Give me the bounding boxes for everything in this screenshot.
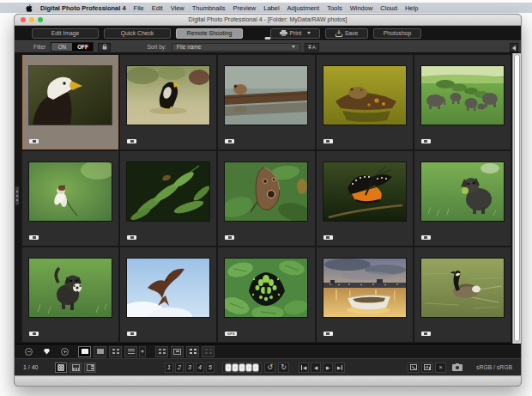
- lock-icon: [102, 44, 107, 50]
- view-options-dropdown[interactable]: [139, 346, 146, 357]
- photo-brown-butterfly: [225, 162, 307, 221]
- thumbnail-frog-on-log[interactable]: [218, 55, 314, 149]
- raw-badge: [323, 139, 333, 143]
- filter-lock-button[interactable]: [98, 43, 111, 52]
- camera-button[interactable]: [450, 362, 464, 373]
- check-mark-buttons: 1 2 3 4 5: [163, 362, 215, 373]
- quick-check-button[interactable]: Quick Check: [104, 28, 171, 39]
- save-button[interactable]: Save: [325, 28, 368, 39]
- raw-badge: [421, 139, 431, 143]
- preview-pane-button[interactable]: [171, 346, 184, 357]
- filter-off-button[interactable]: OFF: [72, 43, 93, 51]
- rotate-right-button[interactable]: ↻: [278, 362, 289, 373]
- thumbnail-toad-on-log[interactable]: [317, 55, 413, 149]
- layout-horizontal-split-button[interactable]: [70, 362, 82, 373]
- filter-on-button[interactable]: ON: [51, 43, 72, 51]
- view-medium-thumbnail-button[interactable]: [94, 346, 106, 357]
- toolbar-collapse-handle[interactable]: [265, 37, 271, 40]
- menu-file[interactable]: File: [134, 4, 144, 12]
- check-mark-1-button[interactable]: 1: [165, 362, 173, 373]
- vertical-scrollbar[interactable]: [512, 53, 521, 344]
- menu-help[interactable]: Help: [405, 4, 418, 12]
- thumbnail-brown-butterfly[interactable]: [218, 151, 314, 246]
- save-icon: [336, 30, 342, 37]
- thumbnail-size-decrease-button[interactable]: [25, 348, 33, 356]
- thumbnail-grey-puppy[interactable]: [414, 151, 511, 246]
- photoshop-button[interactable]: Photoshop: [373, 28, 421, 39]
- previous-image-button[interactable]: ◀: [311, 362, 321, 373]
- check-mark-2-button[interactable]: 2: [175, 362, 184, 373]
- menu-view[interactable]: View: [171, 4, 184, 12]
- layout-grid-button[interactable]: [55, 362, 67, 373]
- content-area: GPS: [15, 53, 521, 344]
- rating-4-button[interactable]: [245, 363, 252, 372]
- thumbnail-size-slider[interactable]: [44, 349, 50, 355]
- thumbnail-orange-butterfly[interactable]: [317, 151, 413, 246]
- multi-layout-button[interactable]: [186, 346, 199, 357]
- check-mark-3-button[interactable]: 3: [185, 362, 194, 373]
- rating-3-button[interactable]: [239, 363, 245, 372]
- thumbnail-boat-at-dusk[interactable]: [317, 247, 413, 342]
- rating-2-button[interactable]: [232, 363, 239, 372]
- photo-white-flower: [29, 162, 112, 221]
- check-mark-5-button[interactable]: 5: [206, 362, 215, 373]
- thumbnail-with-info-button[interactable]: [155, 346, 168, 357]
- thumbnail-white-flower[interactable]: [22, 151, 118, 246]
- first-image-button[interactable]: ◀: [299, 362, 309, 373]
- status-bar: 1 / 40 1 2 3 4 5 ↺ ↻ ◀ ◀: [15, 358, 521, 375]
- thumbnail-size-increase-button[interactable]: [61, 348, 69, 356]
- menu-adjustment[interactable]: Adjustment: [287, 4, 320, 12]
- edit-pencil-icon: [410, 364, 417, 370]
- menu-preview[interactable]: Preview: [233, 4, 257, 12]
- view-toolbar: [15, 344, 521, 358]
- thumbnail-black-puppy[interactable]: [22, 247, 118, 342]
- thumbnail-fern[interactable]: [120, 151, 216, 246]
- print-dropdown-arrow[interactable]: [307, 32, 311, 34]
- window-title-bar[interactable]: Digital Photo Professional 4 - [Folder: …: [15, 15, 521, 26]
- view-large-thumbnail-button[interactable]: [78, 346, 91, 357]
- check-mark-4-button[interactable]: 4: [196, 362, 204, 373]
- left-panel-splitter[interactable]: [15, 53, 21, 344]
- last-image-button[interactable]: ▶: [335, 362, 345, 373]
- rating-5-button[interactable]: [252, 363, 259, 372]
- menu-edit[interactable]: Edit: [152, 4, 163, 12]
- thumbnail-canada-goose[interactable]: [414, 247, 511, 342]
- view-list-button[interactable]: [124, 346, 137, 357]
- edit-image-button[interactable]: Edit Image: [32, 28, 99, 39]
- menu-cloud[interactable]: Cloud: [380, 4, 397, 12]
- rotate-left-icon: ↺: [267, 364, 273, 371]
- thumbnail-bald-eagle[interactable]: [22, 55, 118, 149]
- menu-tools[interactable]: Tools: [327, 4, 342, 12]
- layout-vertical-split-button[interactable]: [84, 362, 96, 373]
- remote-shooting-button[interactable]: Remote Shooting: [176, 28, 243, 39]
- compare-layout-button[interactable]: [202, 346, 215, 357]
- menu-thumbnails[interactable]: Thumbnails: [192, 4, 226, 12]
- thumbnail-info-icon: [159, 349, 161, 350]
- menu-label[interactable]: Label: [263, 4, 279, 12]
- thumbnail-red-kite[interactable]: [120, 247, 216, 342]
- thumbnail-green-spotted-butterfly[interactable]: GPS: [218, 247, 314, 342]
- compare-layout-icon: [205, 349, 208, 350]
- tone-curve-tool-button[interactable]: [421, 362, 432, 373]
- window-footer: [15, 375, 521, 386]
- rotate-left-button[interactable]: ↺: [264, 362, 275, 373]
- next-image-button[interactable]: ▶: [323, 362, 333, 373]
- thumbnail-elephants[interactable]: [414, 55, 511, 149]
- filter-sort-bar: Filter ON OFF Sort by: File name A: [15, 40, 521, 53]
- edit-tool-button[interactable]: [408, 362, 419, 373]
- view-small-thumbnail-button[interactable]: [109, 346, 122, 357]
- app-menu[interactable]: Digital Photo Professional 4: [40, 4, 126, 12]
- right-panel-collapse-button[interactable]: [510, 43, 518, 52]
- histogram-icon: [424, 364, 431, 370]
- raw-badge: [225, 235, 234, 240]
- thumbnail-steller-sea-eagle[interactable]: [120, 55, 216, 149]
- delete-tool-button[interactable]: ×: [435, 362, 446, 373]
- print-button[interactable]: Print: [270, 28, 320, 39]
- macos-menu-bar: Digital Photo Professional 4 File Edit V…: [0, 3, 532, 13]
- rating-1-button[interactable]: [225, 363, 232, 372]
- menu-window[interactable]: Window: [350, 4, 373, 12]
- apple-menu-icon[interactable]: [26, 4, 33, 12]
- sort-dropdown[interactable]: File name: [172, 43, 300, 52]
- sort-order-button[interactable]: A: [305, 43, 319, 52]
- scrollbar-thumb[interactable]: [514, 54, 520, 342]
